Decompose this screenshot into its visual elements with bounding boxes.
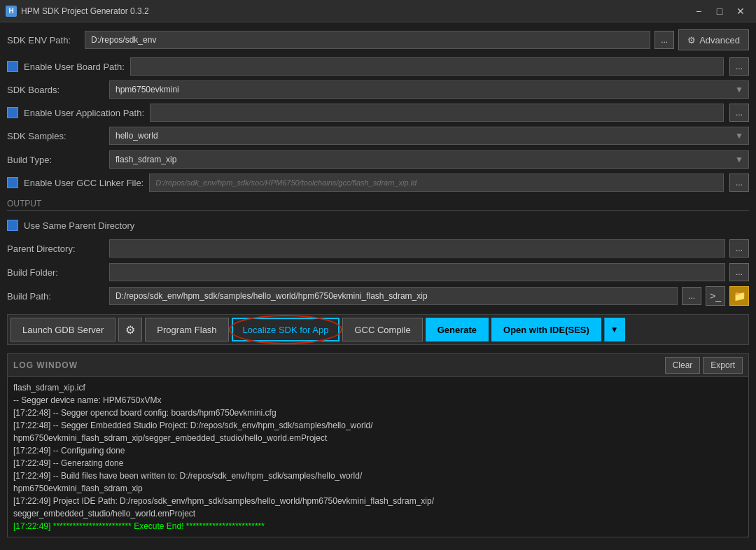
build-folder-row: Build Folder: ... <box>7 262 749 282</box>
build-folder-dots-button[interactable]: ... <box>729 263 749 281</box>
sdk-boards-select-wrapper: hpm6750evkmini ▼ <box>109 80 749 99</box>
log-execute-end: [17:22:49] ************************ Exec… <box>13 520 743 533</box>
build-folder-label: Build Folder: <box>7 267 105 278</box>
log-line-6: [17:22:49] -- Configuring done <box>13 444 743 457</box>
user-board-dots-button[interactable]: ... <box>729 57 749 76</box>
log-header: LOG WINDOW Clear Export <box>7 353 749 376</box>
gcc-linker-label: Enable User GCC Linker File: <box>24 178 144 188</box>
user-app-label: Enable User Application Path: <box>24 108 144 118</box>
sdk-samples-row: SDK Samples: hello_world ▼ <box>7 126 749 146</box>
log-line-2: -- Segger device name: HPM6750xVMx <box>13 394 743 407</box>
export-button[interactable]: Export <box>703 357 743 374</box>
minimize-button[interactable]: − <box>689 3 708 19</box>
parent-dir-input[interactable] <box>109 239 725 258</box>
gcc-linker-checkbox[interactable] <box>7 177 18 188</box>
build-path-row: Build Path: ... >_ 📁 <box>7 286 749 306</box>
same-parent-row: Use Same Parent Directory <box>7 216 749 234</box>
open-ide-button[interactable]: Open with IDE(SES) <box>491 318 601 341</box>
sdk-boards-label: SDK Boards: <box>7 85 105 95</box>
log-title: LOG WINDOW <box>13 360 78 370</box>
parent-dir-dots-button[interactable]: ... <box>729 239 749 258</box>
user-app-row: Enable User Application Path: ... <box>7 104 749 122</box>
log-content[interactable]: flash_sdram_xip.icf -- Segger device nam… <box>7 376 749 537</box>
build-folder-input[interactable] <box>109 263 725 281</box>
sdk-boards-select[interactable]: hpm6750evkmini <box>109 80 749 99</box>
user-app-dots-button[interactable]: ... <box>729 104 749 122</box>
build-path-input[interactable] <box>109 287 678 305</box>
parent-dir-row: Parent Directory: ... <box>7 239 749 258</box>
user-board-label: Enable User Board Path: <box>24 62 125 72</box>
gear-icon-2: ⚙ <box>125 323 135 337</box>
same-parent-label: Use Same Parent Directory <box>24 220 134 231</box>
sdk-samples-select-wrapper: hello_world ▼ <box>109 127 749 145</box>
build-type-select-wrapper: flash_sdram_xip ▼ <box>109 150 749 169</box>
app-icon: H <box>6 6 17 17</box>
user-board-checkbox[interactable] <box>7 61 18 72</box>
build-path-dots-button[interactable]: ... <box>682 287 701 305</box>
launch-gdb-button[interactable]: Launch GDB Server <box>10 318 115 341</box>
app-title: HPM SDK Project Generator 0.3.2 <box>21 6 149 16</box>
build-path-label: Build Path: <box>7 291 105 302</box>
gdb-gear-button[interactable]: ⚙ <box>118 318 142 341</box>
sdk-env-dots-button[interactable]: ... <box>654 31 674 49</box>
localize-sdk-button[interactable]: Localize SDK for App <box>232 318 340 341</box>
log-line-11: segger_embedded_studio/hello_world.emPro… <box>13 507 743 520</box>
build-type-row: Build Type: flash_sdram_xip ▼ <box>7 150 749 169</box>
log-line-4: [17:22:48] -- Segger Embedded Studio Pro… <box>13 419 743 432</box>
log-line-9: hpm6750evkmini_flash_sdram_xip <box>13 482 743 495</box>
chevron-down-icon-4: ▼ <box>610 325 619 334</box>
user-board-row: Enable User Board Path: ... <box>7 57 749 76</box>
gcc-linker-input[interactable] <box>149 174 724 192</box>
sdk-samples-select[interactable]: hello_world <box>109 127 749 145</box>
user-app-checkbox[interactable] <box>7 107 18 118</box>
log-controls: Clear Export <box>665 357 743 374</box>
folder-icon-button[interactable]: 📁 <box>729 286 749 306</box>
build-type-select[interactable]: flash_sdram_xip <box>109 150 749 169</box>
sdk-env-label: SDK ENV Path: <box>7 35 80 45</box>
sdk-env-row: SDK ENV Path: ... ⚙ Advanced <box>7 29 749 50</box>
parent-dir-label: Parent Directory: <box>7 244 105 254</box>
sdk-env-input[interactable] <box>85 31 650 49</box>
log-section: LOG WINDOW Clear Export flash_sdram_xip.… <box>7 353 749 537</box>
same-parent-checkbox[interactable] <box>7 220 18 231</box>
gcc-compile-button[interactable]: GCC Compile <box>342 318 422 341</box>
gear-icon: ⚙ <box>687 35 696 45</box>
advanced-button[interactable]: ⚙ Advanced <box>678 29 749 50</box>
window-controls: − □ ✕ <box>689 3 750 19</box>
log-line-3: [17:22:48] -- Segger opencd board config… <box>13 407 743 419</box>
output-section-label: OUTPUT <box>7 199 749 211</box>
log-line-8: [17:22:49] -- Build files have been writ… <box>13 470 743 482</box>
open-ide-arrow-button[interactable]: ▼ <box>604 318 625 341</box>
clear-button[interactable]: Clear <box>665 357 701 374</box>
title-bar: H HPM SDK Project Generator 0.3.2 − □ ✕ <box>0 0 756 22</box>
terminal-icon-button[interactable]: >_ <box>706 286 725 306</box>
log-line-1: flash_sdram_xip.icf <box>13 381 743 394</box>
log-line-10: [17:22:49] Project IDE Path: D:/repos/sd… <box>13 495 743 507</box>
main-content: SDK ENV Path: ... ⚙ Advanced Enable User… <box>0 22 756 544</box>
gcc-linker-dots-button[interactable]: ... <box>729 174 749 192</box>
log-line-7: [17:22:49] -- Generating done <box>13 457 743 470</box>
program-flash-button[interactable]: Program Flash <box>145 318 228 341</box>
maximize-button[interactable]: □ <box>710 3 729 19</box>
toolbar: Launch GDB Server ⚙ Program Flash Locali… <box>7 314 749 345</box>
gcc-linker-row: Enable User GCC Linker File: ... <box>7 174 749 192</box>
close-button[interactable]: ✕ <box>731 3 750 19</box>
build-type-label: Build Type: <box>7 155 105 165</box>
sdk-samples-label: SDK Samples: <box>7 131 105 141</box>
log-line-5: hpm6750evkmini_flash_sdram_xip/segger_em… <box>13 432 743 444</box>
generate-button[interactable]: Generate <box>426 318 489 341</box>
sdk-boards-row: SDK Boards: hpm6750evkmini ▼ <box>7 80 749 99</box>
